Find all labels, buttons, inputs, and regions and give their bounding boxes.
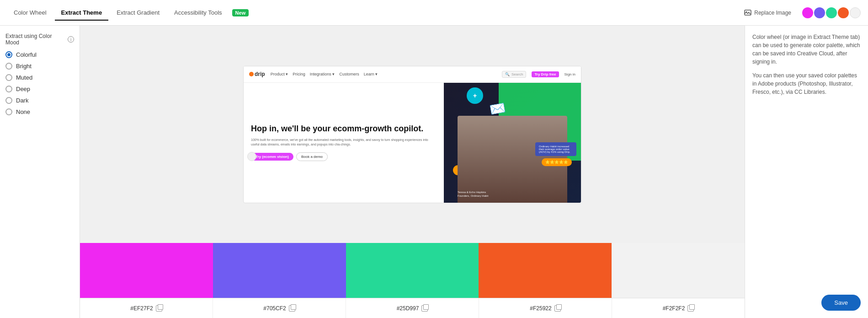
radio-label-muted: Muted — [16, 74, 32, 81]
svg-point-2 — [249, 72, 254, 76]
mockup-body: Hop in, we'll be your ecomm-growth copil… — [244, 83, 581, 203]
info-icon[interactable]: i — [68, 36, 74, 43]
mockup-nav: drip Product ▾ Pricing Integrations ▾ Cu… — [244, 66, 581, 83]
left-panel: Extract using Color Mood i Colorful Brig… — [0, 26, 80, 318]
preview-dot-3[interactable] — [826, 7, 837, 18]
hex-value-4: #F25922 — [530, 305, 551, 312]
hex-value-1: #EF27F2 — [130, 305, 153, 312]
radio-circle-dark — [5, 97, 12, 104]
mockup-envelope: ✉️ — [488, 100, 506, 118]
copy-icon-2[interactable] — [289, 305, 295, 312]
mockup-logo: drip — [249, 71, 265, 77]
palette-swatch-2[interactable] — [213, 243, 346, 298]
copy-icon-3[interactable] — [421, 305, 428, 312]
hex-value-2: #705CF2 — [263, 305, 286, 312]
hex-value-3: #25D997 — [397, 305, 419, 312]
palette-swatch-1[interactable] — [80, 243, 213, 298]
radio-circle-muted — [5, 74, 12, 81]
tab-accessibility-tools[interactable]: Accessibility Tools — [168, 5, 229, 21]
tab-color-wheel[interactable]: Color Wheel — [7, 5, 53, 21]
copy-icon-4[interactable] — [554, 305, 561, 312]
website-mockup: drip Product ▾ Pricing Integrations ▾ Cu… — [243, 66, 581, 203]
svg-point-1 — [746, 11, 747, 12]
replace-image-label: Replace Image — [754, 10, 791, 16]
copy-icon-1[interactable] — [156, 305, 162, 312]
radio-muted[interactable]: Muted — [5, 74, 74, 81]
main-layout: Extract using Color Mood i Colorful Brig… — [0, 26, 868, 318]
mockup-signin: Sign in — [564, 72, 575, 76]
badge-new: New — [232, 9, 249, 16]
save-button[interactable]: Save — [821, 295, 861, 311]
mockup-nav-links: Product ▾ Pricing Integrations ▾ Custome… — [271, 72, 378, 76]
right-panel: Color wheel (or image in Extract Theme t… — [745, 26, 868, 318]
radio-label-none: None — [16, 108, 30, 115]
radio-none[interactable]: None — [5, 108, 74, 115]
help-text-1: Color wheel (or image in Extract Theme t… — [752, 33, 861, 66]
radio-label-deep: Deep — [16, 86, 30, 92]
hex-value-5: #F2F2F2 — [663, 305, 685, 312]
radio-bright[interactable]: Bright — [5, 63, 74, 70]
color-mood-radio-group: Colorful Bright Muted Deep Dark None — [5, 51, 74, 115]
mockup-stars: ⭐⭐⭐⭐⭐ — [542, 158, 572, 166]
tab-extract-theme[interactable]: Extract Theme — [55, 5, 109, 21]
mockup-teal-circle: + — [467, 87, 483, 104]
hex-row: #EF27F2 #705CF2 #25D997 #F25922 #F2F2F2 — [80, 298, 745, 318]
mockup-left: Hop in, we'll be your ecomm-growth copil… — [244, 83, 444, 203]
radio-circle-bright — [5, 63, 12, 70]
radio-circle-deep — [5, 86, 12, 92]
preview-dot-1[interactable] — [802, 7, 813, 18]
mockup-headline: Hop in, we'll be your ecomm-growth copil… — [251, 124, 437, 134]
radio-label-bright: Bright — [16, 63, 32, 70]
palette-strip — [80, 243, 745, 298]
mockup-cta-btn: Try Drip free — [532, 71, 559, 77]
mockup-subtext: 100% built for ecommerce, we've got all … — [251, 138, 437, 147]
mockup-buttons: Try (ecomm vision) Book a demo — [251, 152, 437, 161]
palette-swatch-3[interactable] — [346, 243, 479, 298]
mockup-search: 🔍Search — [502, 71, 526, 78]
hex-cell-2: #705CF2 — [213, 298, 346, 318]
hex-cell-5: #F2F2F2 — [612, 298, 745, 318]
top-nav: Color Wheel Extract Theme Extract Gradie… — [0, 0, 868, 26]
help-text-2: You can then use your saved color palett… — [752, 71, 861, 96]
radio-colorful[interactable]: Colorful — [5, 51, 74, 58]
radio-circle-none — [5, 108, 12, 115]
replace-image-button[interactable]: Replace Image — [744, 9, 791, 16]
image-icon — [744, 9, 751, 16]
radio-dark[interactable]: Dark — [5, 97, 74, 104]
preview-dot-2[interactable] — [814, 7, 825, 18]
hex-cell-3: #25D997 — [346, 298, 479, 318]
palette-swatch-5[interactable] — [612, 243, 745, 298]
palette-swatch-4[interactable] — [479, 243, 612, 298]
mockup-testimonial: Ordinary Habit increased their average o… — [535, 142, 576, 156]
hex-cell-1: #EF27F2 — [80, 298, 213, 318]
mockup-right: + ✉️ — [444, 83, 581, 203]
extract-label: Extract using Color Mood i — [5, 33, 74, 46]
radio-circle-colorful — [5, 51, 12, 58]
tab-extract-gradient[interactable]: Extract Gradient — [110, 5, 166, 21]
center-content: drip Product ▾ Pricing Integrations ▾ Cu… — [80, 26, 745, 318]
preview-dot-5[interactable] — [850, 7, 861, 18]
preview-dot-4[interactable] — [838, 7, 849, 18]
radio-deep[interactable]: Deep — [5, 86, 74, 92]
mockup-btn-primary: Try (ecomm vision) — [251, 153, 293, 161]
mockup-person-name: Teresa & Echo Hopkins Founders, Ordinary… — [458, 191, 488, 198]
mockup-image-bg: + ✉️ — [444, 83, 581, 203]
mockup-btn-secondary: Book a demo — [296, 152, 328, 161]
hex-cell-4: #F25922 — [479, 298, 612, 318]
color-preview-dots — [802, 7, 861, 18]
image-preview: drip Product ▾ Pricing Integrations ▾ Cu… — [80, 26, 745, 243]
radio-label-colorful: Colorful — [16, 51, 37, 58]
copy-icon-5[interactable] — [687, 305, 694, 312]
radio-label-dark: Dark — [16, 97, 28, 104]
